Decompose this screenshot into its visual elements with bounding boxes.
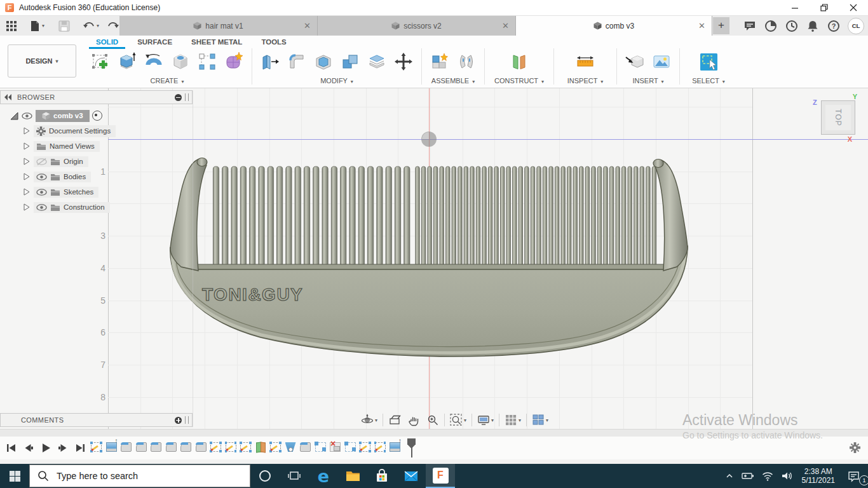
expand-arrow-icon[interactable] bbox=[23, 142, 30, 150]
viewport-canvas[interactable]: 1345678 TONI&G bbox=[0, 88, 868, 429]
view-cube[interactable]: TOP Z Y X bbox=[821, 100, 855, 135]
zoom-icon[interactable] bbox=[423, 412, 442, 428]
timeline-feature-sketch-icon[interactable] bbox=[360, 442, 370, 452]
measure-icon[interactable] bbox=[574, 49, 597, 74]
group-label-insert[interactable]: INSERT ▾ bbox=[632, 77, 663, 85]
tab-sheet-metal[interactable]: SHEET METAL bbox=[182, 37, 252, 48]
minimize-button[interactable] bbox=[780, 0, 810, 15]
fit-icon[interactable]: ▾ bbox=[447, 412, 470, 428]
help-icon[interactable]: ? bbox=[827, 19, 841, 33]
group-label-construct[interactable]: CONSTRUCT ▾ bbox=[494, 77, 544, 85]
tree-item-root[interactable]: comb v3 bbox=[10, 108, 102, 123]
timeline-feature-sketch-icon[interactable] bbox=[226, 442, 236, 452]
comb-model[interactable]: TONI&GUY bbox=[162, 152, 696, 365]
timeline-feature-plane-icon[interactable] bbox=[255, 442, 266, 452]
create-sketch-icon[interactable] bbox=[89, 49, 112, 74]
timeline-feature-pattern-icon[interactable] bbox=[345, 442, 356, 452]
comments-header[interactable]: COMMENTS bbox=[0, 413, 193, 427]
play-button[interactable] bbox=[39, 443, 52, 453]
fusion-360-taskbar-icon[interactable]: F bbox=[426, 464, 455, 488]
timeline-feature-fillet-icon[interactable] bbox=[151, 442, 161, 452]
shell-icon[interactable] bbox=[312, 49, 335, 74]
file-menu-button[interactable]: ▾ bbox=[27, 18, 47, 34]
timeline-feature-pattern-icon[interactable] bbox=[315, 442, 326, 452]
timeline-feature-fillet-icon[interactable] bbox=[300, 442, 311, 452]
group-label-inspect[interactable]: INSPECT ▾ bbox=[567, 77, 604, 85]
timeline-feature-sketch-icon[interactable] bbox=[210, 442, 221, 452]
group-label-create[interactable]: CREATE ▾ bbox=[151, 77, 184, 85]
mail-icon[interactable] bbox=[397, 464, 426, 488]
fillet-icon[interactable] bbox=[285, 49, 308, 74]
workspace-selector[interactable]: DESIGN▾ bbox=[8, 44, 76, 78]
step-forward-button[interactable] bbox=[57, 443, 69, 453]
expand-arrow-icon[interactable] bbox=[23, 127, 30, 135]
expand-arrow-icon[interactable] bbox=[23, 203, 30, 211]
combine-icon[interactable] bbox=[339, 49, 362, 74]
panel-minus-icon[interactable] bbox=[175, 94, 182, 101]
press-pull-icon[interactable] bbox=[259, 49, 281, 74]
root-component-chip[interactable]: comb v3 bbox=[36, 110, 90, 122]
tab-scissors-v2[interactable]: scissors v2 ✕ bbox=[318, 16, 516, 36]
timeline-feature-delete-icon[interactable] bbox=[330, 442, 341, 452]
updates-clock-icon[interactable] bbox=[785, 19, 799, 33]
wifi-icon[interactable] bbox=[760, 464, 775, 488]
go-to-start-button[interactable] bbox=[5, 443, 18, 453]
move-copy-icon[interactable] bbox=[392, 49, 415, 74]
display-settings-icon[interactable]: ▾ bbox=[474, 412, 497, 428]
view-cube-face-label[interactable]: TOP bbox=[834, 109, 843, 126]
taskbar-search[interactable] bbox=[29, 464, 250, 487]
browser-header[interactable]: BROWSER bbox=[0, 90, 193, 104]
joint-icon[interactable] bbox=[455, 49, 478, 74]
timeline-feature-sketch-icon[interactable] bbox=[375, 442, 386, 452]
select-icon[interactable] bbox=[697, 49, 720, 74]
close-button[interactable] bbox=[839, 0, 868, 15]
comments-icon[interactable] bbox=[743, 19, 757, 33]
visibility-eye-icon[interactable] bbox=[22, 112, 32, 120]
insert-derive-icon[interactable] bbox=[623, 49, 646, 74]
task-view-icon[interactable] bbox=[280, 464, 309, 488]
tree-item-origin[interactable]: Origin bbox=[23, 154, 88, 169]
tab-hair-mat-v1[interactable]: hair mat v1 ✕ bbox=[119, 16, 318, 36]
hole-icon[interactable] bbox=[169, 49, 192, 74]
undo-button[interactable]: ▾ bbox=[80, 18, 102, 34]
go-to-end-button[interactable] bbox=[74, 443, 86, 453]
pan-icon[interactable] bbox=[404, 412, 423, 428]
cortana-icon[interactable] bbox=[250, 464, 280, 488]
save-button[interactable] bbox=[56, 18, 72, 34]
group-label-assemble[interactable]: ASSEMBLE ▾ bbox=[431, 77, 475, 85]
tree-item-named-views[interactable]: Named Views bbox=[23, 139, 100, 154]
new-component-icon[interactable] bbox=[428, 49, 451, 74]
tab-comb-v3[interactable]: comb v3 ✕ bbox=[516, 16, 712, 36]
tree-item-construction[interactable]: Construction bbox=[23, 200, 110, 215]
tray-clock[interactable]: 2:38 AM 5/11/2021 bbox=[798, 467, 839, 485]
viewports-icon[interactable]: ▾ bbox=[529, 412, 552, 428]
new-tab-button[interactable]: + bbox=[713, 17, 729, 34]
tray-chevron-icon[interactable] bbox=[722, 464, 737, 488]
timeline-feature-fillet-icon[interactable] bbox=[136, 442, 147, 452]
tab-close-icon[interactable]: ✕ bbox=[698, 21, 705, 30]
app-grid-icon[interactable] bbox=[4, 18, 19, 34]
tree-item-document-settings[interactable]: Document Settings bbox=[23, 123, 116, 139]
tab-surface[interactable]: SURFACE bbox=[128, 37, 182, 48]
action-center-icon[interactable]: 1 bbox=[843, 464, 864, 488]
timeline-feature-sketch-icon[interactable] bbox=[270, 442, 281, 452]
timeline-feature-fillet-icon[interactable] bbox=[180, 442, 191, 452]
canvas-image-icon[interactable] bbox=[650, 49, 673, 74]
timeline-settings-gear-icon[interactable] bbox=[850, 442, 860, 453]
look-at-icon[interactable] bbox=[385, 412, 404, 428]
panel-grip-icon[interactable] bbox=[185, 416, 189, 424]
restore-button[interactable] bbox=[810, 0, 839, 15]
search-input[interactable] bbox=[55, 470, 236, 482]
user-avatar[interactable]: CL bbox=[848, 18, 864, 34]
timeline-feature-fillet-icon[interactable] bbox=[196, 442, 207, 452]
step-back-button[interactable] bbox=[22, 443, 35, 453]
timeline-feature-extrude-icon[interactable] bbox=[390, 442, 400, 452]
rectangular-pattern-icon[interactable] bbox=[196, 49, 219, 74]
expand-arrow-icon[interactable] bbox=[23, 173, 30, 180]
split-body-icon[interactable] bbox=[365, 49, 388, 74]
add-comment-icon[interactable] bbox=[175, 417, 182, 424]
timeline-feature-extrude-icon[interactable] bbox=[106, 442, 117, 452]
volume-icon[interactable] bbox=[779, 464, 794, 488]
tab-close-icon[interactable]: ✕ bbox=[304, 21, 311, 30]
group-label-select[interactable]: SELECT ▾ bbox=[692, 77, 725, 85]
